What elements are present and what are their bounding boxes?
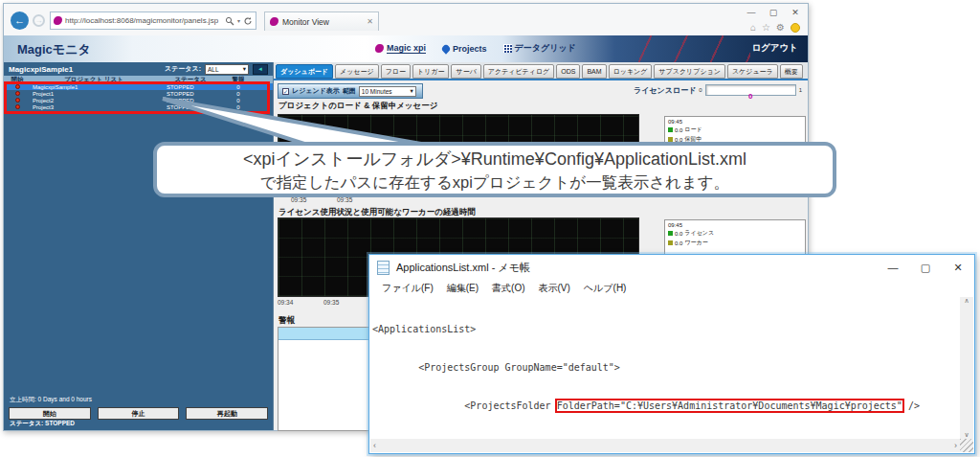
resize-grip[interactable] [960, 439, 973, 452]
maximize-icon[interactable] [767, 8, 780, 17]
chevron-down-icon [243, 65, 246, 73]
license-load-label: ライセンスロード [634, 85, 696, 96]
nav-projects[interactable]: Projects [442, 44, 487, 54]
gauge-min: 0 [699, 87, 702, 93]
tab-messages[interactable]: メッセージ [335, 64, 379, 79]
menu-edit[interactable]: 編集(E) [440, 282, 485, 295]
magic-xpi-icon [375, 44, 384, 53]
menu-file[interactable]: ファイル(F) [375, 282, 440, 295]
refresh-icon[interactable] [243, 16, 253, 26]
browser-toolbar-icons [750, 22, 800, 33]
chart1-x-axis: 09:35 09:35 [278, 196, 383, 203]
tab-locking[interactable]: ロッキング [609, 64, 653, 79]
datagrid-icon [503, 44, 512, 53]
search-dropdown-icon[interactable] [237, 17, 240, 24]
screenshot-canvas: http://localhost:8068/magicmonitor/panel… [0, 0, 980, 457]
project-action-buttons: 開始 停止 再起動 [9, 407, 268, 420]
monitor-tabs: ダッシュボード メッセージ フロー トリガー サーバ アクティビティログ ODS… [274, 62, 808, 79]
minimize-icon[interactable] [745, 8, 758, 17]
app-title: Magicモニタ [17, 41, 91, 58]
gauge-bar: 0 [705, 84, 796, 96]
projects-icon [440, 43, 451, 54]
tab-flows[interactable]: フロー [381, 64, 411, 79]
close-icon[interactable] [789, 8, 802, 17]
xml-line: <ProjectsGroup GroupName="default"> [372, 361, 960, 374]
xml-line: <ApplicationsList> [372, 323, 960, 335]
tab-bam[interactable]: BAM [582, 64, 606, 79]
callout-box: <xpiインストールフォルダ>¥Runtime¥Config¥Applicati… [153, 142, 836, 197]
horizontal-scrollbar[interactable] [370, 439, 960, 452]
notepad-text-area[interactable]: <ApplicationsList> <ProjectsGroup GroupN… [370, 297, 960, 439]
uptime-label: 立上時間: 0 Days and 0 hours [10, 396, 92, 404]
scroll-down-icon[interactable] [964, 431, 969, 439]
browser-forward-button[interactable] [33, 14, 45, 27]
settings-icon[interactable] [776, 22, 785, 33]
tab-title: Monitor View [282, 17, 363, 27]
site-favicon [54, 16, 62, 25]
callout-line1: <xpiインストールフォルダ>¥Runtime¥Config¥Applicati… [157, 148, 833, 171]
logout-button[interactable]: ログアウト [751, 42, 798, 55]
notepad-window-controls [877, 255, 974, 280]
browser-back-button[interactable] [11, 11, 29, 30]
xml-line-folderpath: <ProjectsFolder FolderPath="C:¥Users¥Adm… [372, 400, 960, 412]
app-header: Magicモニタ Magic xpi Projects データグリッド ログアウ… [4, 35, 808, 62]
browser-tab[interactable]: Monitor View [264, 11, 379, 31]
feedback-smiley-icon[interactable] [791, 23, 800, 33]
nav-magic-xpi[interactable]: Magic xpi [375, 43, 426, 54]
sidebar-title: MagicxpiSample1 [9, 65, 161, 74]
scroll-up-icon[interactable] [964, 297, 969, 305]
alerts-title: 警報 [278, 315, 295, 327]
notepad-titlebar[interactable]: ApplicationsList.xml - メモ帳 [369, 255, 974, 280]
minimize-icon[interactable] [877, 255, 909, 280]
tab-subscriptions[interactable]: サブスクリプション [654, 64, 724, 79]
tab-scheduler[interactable]: スケジューラ [727, 64, 778, 79]
tab-triggers[interactable]: トリガー [412, 64, 450, 79]
app-nav: Magic xpi Projects データグリッド [375, 42, 576, 55]
tab-ods[interactable]: ODS [556, 64, 580, 79]
stop-button[interactable]: 停止 [98, 407, 180, 420]
gauge-value: 0 [748, 92, 752, 101]
browser-chrome: http://localhost:8068/magicmonitor/panel… [4, 4, 808, 35]
search-icon[interactable] [225, 16, 234, 26]
tab-close-icon[interactable] [367, 17, 373, 26]
sidebar-status-label: ステータス: STOPPED [10, 420, 75, 428]
scroll-left-icon[interactable] [373, 441, 376, 450]
license-load-gauge: ライセンスロード 0 0 1 [634, 84, 802, 96]
browser-window-controls [745, 8, 802, 17]
notepad-icon [377, 261, 390, 275]
close-icon[interactable] [942, 255, 974, 280]
legend-item: 0.0 ワーカー [668, 239, 802, 247]
start-button[interactable]: 開始 [9, 407, 91, 420]
url-text[interactable]: http://localhost:8068/magicmonitor/panel… [65, 16, 222, 25]
tab-summary[interactable]: 概要 [780, 64, 803, 79]
chart2-legend: 09:45 0.0 ライセンス 0.0 ワーカー [664, 219, 806, 256]
series-color-swatch [668, 240, 673, 245]
vertical-scrollbar[interactable] [960, 297, 973, 439]
notepad-menubar: ファイル(F) 編集(E) 書式(O) 表示(V) ヘルプ(H) [369, 280, 974, 296]
tab-dashboard[interactable]: ダッシュボード [276, 64, 333, 79]
tab-activity-log[interactable]: アクティビティログ [483, 64, 554, 79]
series-color-swatch [668, 231, 673, 236]
sidebar-header: MagicxpiSample1 ステータス: ALL [4, 62, 273, 76]
maximize-icon[interactable] [909, 255, 942, 280]
tab-servers[interactable]: サーバ [451, 64, 480, 79]
menu-format[interactable]: 書式(O) [485, 282, 531, 295]
sidebar-collapse-button[interactable] [253, 64, 268, 75]
legend-item: 0.0 ロード [668, 126, 802, 134]
legend-item: 0.0 ライセンス [668, 229, 802, 238]
menu-view[interactable]: 表示(V) [532, 282, 577, 295]
status-filter-label: ステータス: [165, 64, 201, 74]
tab-favicon [270, 17, 278, 26]
nav-datagrid[interactable]: データグリッド [503, 42, 576, 55]
restart-button[interactable]: 再起動 [186, 407, 268, 420]
callout-line2: で指定したパスに存在するxpiプロジェクトが一覧表示されます。 [157, 171, 833, 193]
favorites-icon[interactable] [762, 22, 770, 33]
series-color-swatch [668, 127, 673, 132]
scroll-right-icon[interactable] [954, 441, 957, 450]
folderpath-highlight: FolderPath="C:¥Users¥Administrator¥Docum… [557, 400, 902, 411]
menu-help[interactable]: ヘルプ(H) [577, 282, 634, 295]
status-filter-select[interactable]: ALL [205, 64, 249, 75]
address-bar[interactable]: http://localhost:8068/magicmonitor/panel… [50, 11, 256, 30]
home-icon[interactable] [750, 22, 756, 33]
gauge-max: 1 [799, 87, 802, 93]
